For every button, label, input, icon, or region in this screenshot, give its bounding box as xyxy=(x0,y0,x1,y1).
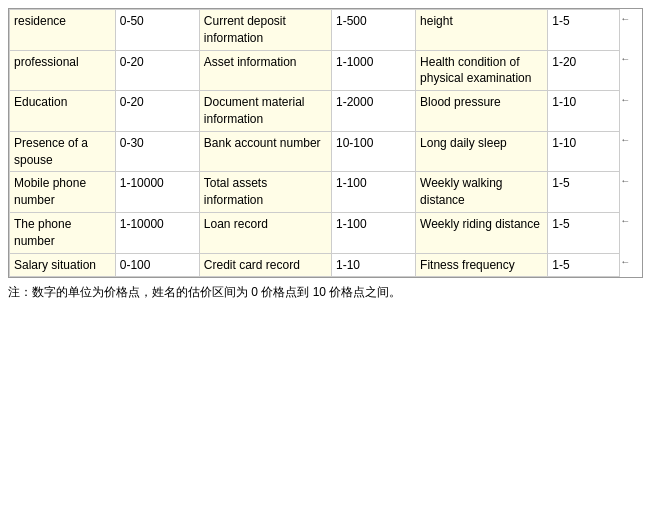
row-arrow: ← xyxy=(620,10,642,51)
cell-r0-c2: Current deposit information xyxy=(199,10,331,51)
arrow-icon: ← xyxy=(620,175,630,186)
cell-r2-c5: 1-10 xyxy=(548,91,620,132)
cell-r4-c2: Total assets information xyxy=(199,172,331,213)
cell-r3-c1: 0-30 xyxy=(115,131,199,172)
cell-r0-c5: 1-5 xyxy=(548,10,620,51)
cell-r5-c3: 1-100 xyxy=(331,212,415,253)
main-table-wrapper: residence0-50Current deposit information… xyxy=(8,8,643,278)
cell-r5-c2: Loan record xyxy=(199,212,331,253)
cell-r1-c0: professional xyxy=(10,50,116,91)
cell-r5-c0: The phone number xyxy=(10,212,116,253)
cell-r6-c2: Credit card record xyxy=(199,253,331,277)
cell-r6-c1: 0-100 xyxy=(115,253,199,277)
table-row: Mobile phone number1-10000Total assets i… xyxy=(10,172,642,213)
cell-r0-c0: residence xyxy=(10,10,116,51)
cell-r1-c1: 0-20 xyxy=(115,50,199,91)
cell-r0-c3: 1-500 xyxy=(331,10,415,51)
table-row: The phone number1-10000Loan record1-100W… xyxy=(10,212,642,253)
cell-r5-c1: 1-10000 xyxy=(115,212,199,253)
cell-r5-c4: Weekly riding distance xyxy=(416,212,548,253)
cell-r4-c5: 1-5 xyxy=(548,172,620,213)
row-arrow: ← xyxy=(620,212,642,253)
cell-r1-c4: Health condition of physical examination xyxy=(416,50,548,91)
table-row: Salary situation0-100Credit card record1… xyxy=(10,253,642,277)
row-arrow: ← xyxy=(620,172,642,213)
cell-r3-c4: Long daily sleep xyxy=(416,131,548,172)
cell-r2-c3: 1-2000 xyxy=(331,91,415,132)
table-note: 注：数字的单位为价格点，姓名的估价区间为 0 价格点到 10 价格点之间。 xyxy=(8,284,643,301)
cell-r3-c5: 1-10 xyxy=(548,131,620,172)
cell-r3-c3: 10-100 xyxy=(331,131,415,172)
cell-r6-c4: Fitness frequency xyxy=(416,253,548,277)
arrow-icon: ← xyxy=(620,13,630,24)
row-arrow: ← xyxy=(620,131,642,172)
row-arrow: ← xyxy=(620,91,642,132)
cell-r1-c5: 1-20 xyxy=(548,50,620,91)
arrow-icon: ← xyxy=(620,256,630,267)
cell-r0-c1: 0-50 xyxy=(115,10,199,51)
table-row: professional0-20Asset information1-1000H… xyxy=(10,50,642,91)
arrow-icon: ← xyxy=(620,134,630,145)
arrow-icon: ← xyxy=(620,215,630,226)
cell-r3-c2: Bank account number xyxy=(199,131,331,172)
cell-r4-c0: Mobile phone number xyxy=(10,172,116,213)
table-row: Presence of a spouse0-30Bank account num… xyxy=(10,131,642,172)
cell-r2-c0: Education xyxy=(10,91,116,132)
cell-r1-c3: 1-1000 xyxy=(331,50,415,91)
cell-r6-c3: 1-10 xyxy=(331,253,415,277)
cell-r4-c3: 1-100 xyxy=(331,172,415,213)
row-arrow: ← xyxy=(620,253,642,277)
arrow-icon: ← xyxy=(620,94,630,105)
cell-r0-c4: height xyxy=(416,10,548,51)
cell-r1-c2: Asset information xyxy=(199,50,331,91)
cell-r2-c4: Blood pressure xyxy=(416,91,548,132)
cell-r2-c2: Document material information xyxy=(199,91,331,132)
arrow-icon: ← xyxy=(620,53,630,64)
cell-r5-c5: 1-5 xyxy=(548,212,620,253)
table-row: residence0-50Current deposit information… xyxy=(10,10,642,51)
cell-r6-c5: 1-5 xyxy=(548,253,620,277)
table-row: Education0-20Document material informati… xyxy=(10,91,642,132)
cell-r6-c0: Salary situation xyxy=(10,253,116,277)
cell-r2-c1: 0-20 xyxy=(115,91,199,132)
row-arrow: ← xyxy=(620,50,642,91)
cell-r4-c1: 1-10000 xyxy=(115,172,199,213)
cell-r4-c4: Weekly walking distance xyxy=(416,172,548,213)
cell-r3-c0: Presence of a spouse xyxy=(10,131,116,172)
data-table: residence0-50Current deposit information… xyxy=(9,9,642,277)
